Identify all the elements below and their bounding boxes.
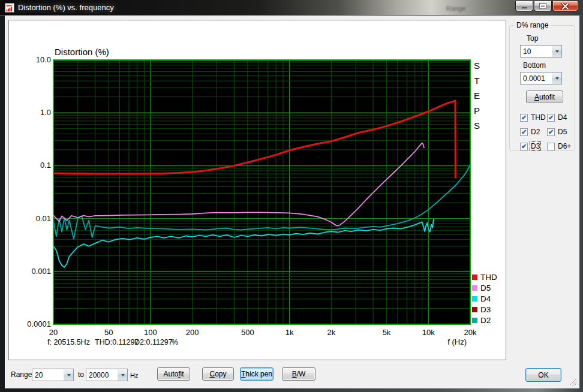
svg-text:S: S bbox=[474, 61, 480, 71]
range-to-select[interactable]: 20000 bbox=[86, 369, 128, 381]
svg-text:P: P bbox=[474, 105, 480, 116]
svg-text:Distortion (%): Distortion (%) bbox=[55, 47, 109, 57]
checkbox-d3[interactable]: ✔ D3 bbox=[520, 142, 540, 150]
svg-text:T: T bbox=[474, 76, 479, 86]
svg-text:1k: 1k bbox=[286, 328, 294, 337]
svg-text:500: 500 bbox=[241, 328, 254, 337]
maximize-icon bbox=[540, 4, 546, 8]
checkbox-thd[interactable]: ✔ THD bbox=[520, 113, 546, 122]
svg-text:D3: D3 bbox=[480, 305, 491, 314]
bottom-range-value: 0.0001 bbox=[521, 74, 552, 83]
copy-button[interactable]: Copy bbox=[202, 367, 234, 381]
range-from-select[interactable]: 20 bbox=[32, 369, 74, 381]
ok-button[interactable]: OK bbox=[525, 368, 561, 382]
maximize-button[interactable] bbox=[534, 1, 552, 11]
svg-text:10k: 10k bbox=[422, 328, 435, 337]
svg-text:D2:0.11297: D2:0.11297 bbox=[134, 338, 173, 346]
panel-autofit-button[interactable]: Autofit bbox=[526, 91, 563, 103]
checkmark-icon bbox=[547, 143, 555, 150]
svg-text:0.1: 0.1 bbox=[40, 161, 51, 170]
svg-text:20k: 20k bbox=[464, 328, 477, 337]
svg-text:50: 50 bbox=[104, 328, 113, 337]
svg-text:200: 200 bbox=[186, 328, 199, 337]
svg-text:THD:0.11297: THD:0.11297 bbox=[95, 338, 139, 346]
steps-app-icon bbox=[5, 3, 14, 13]
svg-text:THD: THD bbox=[480, 273, 497, 282]
minimize-icon bbox=[522, 7, 527, 9]
svg-text:5k: 5k bbox=[383, 328, 391, 337]
svg-text:D5: D5 bbox=[480, 284, 491, 293]
window-title: Distortion (%) vs. frequency bbox=[18, 3, 114, 12]
chevron-down-icon[interactable] bbox=[64, 369, 73, 381]
dialog-body: Distortion (%)10.01.00.10.010.0010.00012… bbox=[5, 16, 579, 388]
checkmark-icon: ✔ bbox=[520, 128, 528, 136]
close-icon bbox=[561, 3, 569, 10]
chart-area[interactable]: Distortion (%)10.01.00.10.010.0010.00012… bbox=[8, 20, 506, 360]
svg-text:f (Hz): f (Hz) bbox=[447, 337, 467, 346]
svg-text:D2: D2 bbox=[480, 316, 491, 325]
checkbox-d5[interactable]: ✔ D5 bbox=[547, 128, 567, 136]
close-button[interactable] bbox=[552, 1, 578, 11]
svg-text:0.001: 0.001 bbox=[31, 267, 51, 276]
checkmark-icon: ✔ bbox=[520, 114, 528, 122]
svg-text:f: 20515.5Hz: f: 20515.5Hz bbox=[47, 338, 90, 346]
resize-grip-icon[interactable] bbox=[569, 378, 577, 386]
svg-text:E: E bbox=[474, 91, 480, 101]
svg-text:D4: D4 bbox=[480, 294, 491, 303]
bw-button[interactable]: B/W bbox=[282, 367, 315, 381]
d-range-group-title: D% range bbox=[514, 21, 551, 29]
range-label: Range: bbox=[11, 370, 34, 379]
top-label: Top bbox=[527, 34, 538, 43]
chevron-down-icon[interactable] bbox=[118, 369, 127, 381]
ghost-background-text: Range bbox=[446, 5, 465, 12]
titlebar[interactable]: Distortion (%) vs. frequency Range bbox=[0, 0, 583, 16]
chevron-down-icon[interactable] bbox=[552, 46, 561, 57]
steps-distortion-window: Distortion (%) vs. frequency Range Disto… bbox=[0, 0, 583, 392]
svg-text:100: 100 bbox=[144, 328, 157, 337]
svg-text:0.01: 0.01 bbox=[36, 214, 51, 223]
range-to-value: 20000 bbox=[86, 371, 118, 379]
svg-text:S: S bbox=[474, 120, 480, 131]
hz-unit-label: Hz bbox=[130, 372, 138, 379]
bottom-range-select[interactable]: 0.0001 bbox=[520, 72, 562, 85]
svg-text:10.0: 10.0 bbox=[36, 55, 51, 64]
checkbox-d6plus[interactable]: D6+ bbox=[547, 142, 572, 150]
top-range-select[interactable]: 10 bbox=[520, 45, 562, 58]
range-from-value: 20 bbox=[32, 371, 64, 379]
svg-text:1.0: 1.0 bbox=[40, 108, 51, 117]
autofit-button[interactable]: Autofit bbox=[157, 367, 190, 381]
svg-text:0.0001: 0.0001 bbox=[27, 319, 51, 328]
chevron-down-icon[interactable] bbox=[552, 73, 561, 84]
checkmark-icon: ✔ bbox=[520, 143, 528, 150]
svg-text:2k: 2k bbox=[327, 328, 335, 337]
minimize-button[interactable] bbox=[515, 1, 533, 11]
svg-text:20: 20 bbox=[49, 328, 58, 337]
thick-pen-button[interactable]: Thick pen bbox=[240, 367, 274, 381]
checkbox-d4[interactable]: ✔ D4 bbox=[547, 113, 567, 122]
checkmark-icon: ✔ bbox=[547, 114, 555, 122]
top-range-value: 10 bbox=[521, 47, 552, 56]
checkmark-icon: ✔ bbox=[547, 128, 555, 136]
to-label: to bbox=[78, 370, 84, 379]
distortion-chart: Distortion (%)10.01.00.10.010.0010.00012… bbox=[9, 20, 506, 360]
bottom-label: Bottom bbox=[523, 61, 546, 70]
checkbox-d2[interactable]: ✔ D2 bbox=[520, 128, 540, 136]
svg-text:%: % bbox=[172, 338, 178, 346]
d-range-group: D% range Top 10 Bottom 0.0001 Autofit ✔ … bbox=[509, 25, 575, 151]
